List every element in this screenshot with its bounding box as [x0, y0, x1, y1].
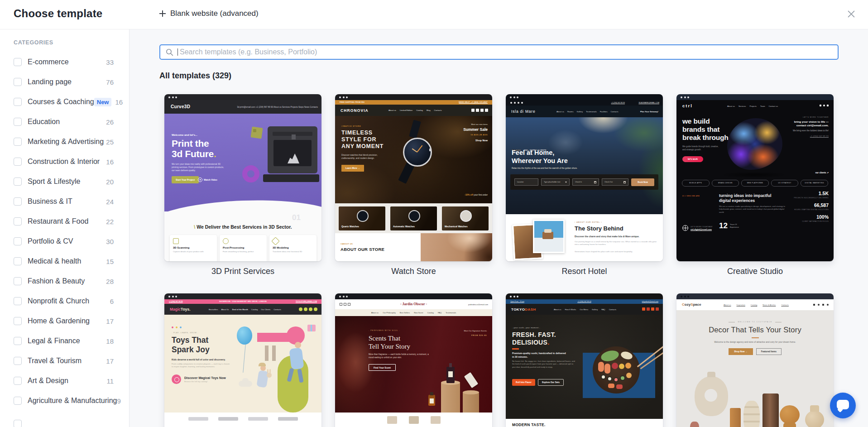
browser-chrome [164, 293, 321, 299]
checkbox[interactable] [14, 420, 22, 427]
sidebar-item-nonprofit-church[interactable]: Nonprofit & Church6 [14, 296, 114, 307]
calendar-icon [594, 181, 596, 183]
hero-title: FRESH. FAST. DELISIOUS. [512, 331, 556, 346]
checkbox[interactable] [14, 78, 22, 86]
cta-sub: Browse the full toy catalog! [184, 380, 226, 383]
feature-text: Capture details of your product with [173, 250, 214, 253]
sidebar-item-business-it[interactable]: Business & IT24 [14, 196, 114, 207]
sidebar-item-legal-finance[interactable]: Legal & Finance18 [14, 336, 114, 346]
sidebar-item-fashion-beauty[interactable]: Fashion & Beauty28 [14, 276, 114, 287]
checkbox[interactable] [14, 337, 22, 345]
sidebar-item-ecommerce[interactable]: E-commerce33 [14, 57, 114, 67]
template-card-creative-studio[interactable]: ctrl About usServicesProjectsTeamContact… [676, 94, 834, 276]
feature-title: 3D Scanning [173, 246, 214, 249]
preview-nav: Curve3D 3d.print@email.com +1 (234) 567 … [164, 100, 321, 114]
about-title: ABOUT OUR STORE [340, 247, 384, 252]
footer-kicker: LET'S WORK TOGETHER! [691, 226, 713, 228]
checkbox[interactable] [14, 178, 22, 186]
template-card-magictoys[interactable]: +1 (234) 567 89 99 SHOWROOM: 123A EASEMO… [164, 293, 321, 427]
story-photo-front [533, 220, 565, 253]
sidebar-item-marketing-advertising[interactable]: Marketing & Advertising25 [14, 136, 114, 147]
plus-icon [159, 10, 166, 17]
checkbox[interactable] [14, 257, 22, 265]
template-card-watch-store[interactable]: FREE SHIPPING FROM $50 NEED HELP: +1 (80… [335, 94, 492, 276]
sidebar-item-portfolio-cv[interactable]: Portfolio & CV30 [14, 236, 114, 247]
sidebar-item-home-gardening[interactable]: Home & Gardening17 [14, 316, 114, 326]
cta-title: Discover Magical Toys Now [184, 376, 226, 379]
checkbox[interactable] [14, 297, 22, 305]
product-tile: Mechanical Watches [442, 206, 489, 230]
sidebar-item-art-design[interactable]: Art & Design11 [14, 375, 114, 386]
checkbox[interactable] [14, 217, 22, 225]
checkbox[interactable] [14, 58, 22, 66]
template-card-cozyspace[interactable]: CozySpace About usInspirationCatalogNews… [676, 293, 834, 427]
checkbox[interactable] [14, 158, 22, 166]
sidebar-item-travel-tourism[interactable]: Travel & Tourism17 [14, 355, 114, 366]
section-title: \ We Deliver the Best Services in 3D Sec… [164, 224, 321, 230]
checkbox[interactable] [14, 237, 22, 245]
checkbox[interactable] [14, 197, 22, 206]
template-card-jardin-obscur[interactable]: - Jardin Obscur - jardinobscur@email.com… [335, 293, 492, 427]
template-card-3d-print-services[interactable]: Curve3D 3d.print@email.com +1 (234) 567 … [164, 94, 321, 276]
template-card-tokyodash[interactable]: Open 8 am - 10 pm +1 (234) 567 89 00 tok… [506, 293, 663, 427]
checkbox[interactable] [14, 98, 22, 106]
preview-nav-links: 3d.print@email.com +1 (234) 567 89 90 Ab… [237, 106, 318, 108]
chat-widget-button[interactable] [830, 393, 856, 418]
feature-text: From smoothing to finishing, perfect [223, 250, 264, 253]
sidebar-item-partial[interactable] [14, 418, 114, 427]
toys-collage [232, 315, 321, 413]
search-input[interactable] [178, 48, 838, 57]
browser-chrome [164, 94, 321, 100]
checkbox[interactable] [14, 317, 22, 325]
printer-graphic [242, 124, 319, 205]
sidebar-item-landing-page[interactable]: Landing page76 [14, 77, 114, 87]
browser-chrome [335, 293, 492, 299]
blank-website-button[interactable]: Blank website (advanced) [159, 9, 259, 18]
booking-field-checkin: Check In [572, 178, 599, 186]
search-icon [166, 48, 173, 56]
hero-title: TIMELESSSTYLE FORANY MOMENT [341, 130, 384, 150]
preview-logo: MagicToys. [170, 307, 191, 312]
preview-hero: - PLAY, LEARN, GROW - Toys ThatSpark Joy… [164, 315, 321, 413]
template-card-resort-hotel[interactable]: +1 (234) 567 89 99 ISLADIMARE@EMAIL.COM … [506, 94, 663, 276]
checkbox[interactable] [14, 118, 22, 126]
promo-bar: +1 (234) 567 89 99 SHOWROOM: 123A EASEMO… [164, 299, 321, 304]
hero-text: Relax into the rhythm of the sea and fee… [512, 167, 577, 169]
feature-title: 3D Modeling [273, 246, 313, 249]
accent-dots [172, 326, 182, 328]
sidebar-item-restaurant-food[interactable]: Restaurant & Food22 [14, 216, 114, 227]
checkbox[interactable] [14, 397, 22, 405]
sidebar-item-medical-health[interactable]: Medical & health15 [14, 256, 114, 267]
section-title: MODERN TASTE. [512, 422, 546, 427]
checkbox[interactable] [14, 277, 22, 285]
stat-label: PROJECTS SUCCESSFULLY DELIVERED [794, 197, 829, 199]
section-number: 01 [292, 213, 301, 222]
sidebar-item-courses-coaching[interactable]: Courses & CoachingNew16 [14, 96, 114, 107]
browser-chrome [676, 293, 834, 299]
hero-title: Decor That Tells Your Story [676, 326, 834, 334]
preview-logo: CHRONOVIA [340, 108, 369, 113]
sidebar-item-agriculture-manufacturing[interactable]: Agriculture & Manufacturing9 [14, 395, 114, 406]
hero-lead: Premium-quality sushi, handcrafted to de… [512, 352, 568, 359]
preview-nav-links: BestsellersAbout UsDeal of the MonthCata… [209, 308, 281, 311]
checkbox[interactable] [14, 138, 22, 146]
close-icon[interactable] [846, 9, 856, 19]
story-p1: Our journey began as a small retreat by … [575, 240, 657, 246]
sidebar-item-education[interactable]: Education26 [14, 116, 114, 127]
preview-nav-links: About usServicesProjectsTeamContact us [727, 105, 778, 107]
template-name: Resort Hotel [506, 267, 663, 276]
template-name: Creative Studio [676, 267, 834, 276]
sidebar-item-sport-lifestyle[interactable]: Sport & Lifestyle20 [14, 176, 114, 187]
featured-items-button: Featured Items [756, 348, 782, 355]
search-box[interactable] [159, 44, 839, 60]
preview-nav: ctrl About usServicesProjectsTeamContact… [676, 100, 834, 112]
hero-title: Scents ThatTell Your Story [369, 334, 410, 350]
checkbox[interactable] [14, 357, 22, 365]
preview-nav: CHRONOVIA About usLimited EditionCatalog… [335, 105, 492, 116]
hero-text: We turn your ideas into reality with pro… [172, 163, 227, 173]
brands-strip [164, 413, 321, 427]
checkbox[interactable] [14, 377, 22, 385]
feature-card: 3D Modeling Transform ideas into functio… [269, 235, 317, 261]
categories-heading: CATEGORIES [14, 39, 53, 46]
sidebar-item-construction-interior[interactable]: Construction & Interior16 [14, 156, 114, 167]
